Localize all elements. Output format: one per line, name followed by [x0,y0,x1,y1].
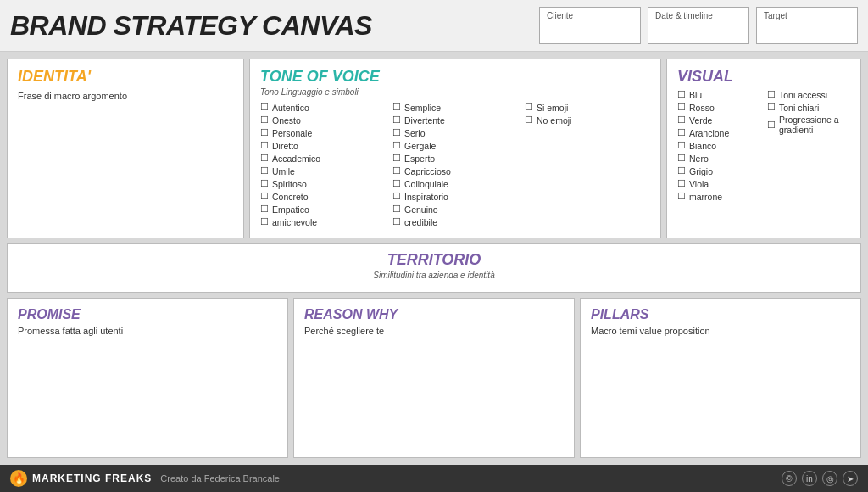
header-fields: Cliente Date & timeline Target [539,7,858,44]
reasonwhy-description: Perché scegliere te [304,326,564,336]
pillars-title: PILLARS [591,307,850,322]
tov-item: No emoji [525,115,650,126]
pillars-panel: PILLARS Macro temi value proposition [580,298,861,458]
tov-item: Capriccioso [392,165,518,176]
promise-panel: PROMISE Promessa fatta agli utenti [7,298,288,458]
visual-item: marrone [677,191,760,202]
target-label: Target [764,11,850,20]
main-content: IDENTITA' Frase di macro argomento TONE … [0,52,868,465]
tov-col2: Semplice Divertente Serio Gergale Espert… [392,102,518,229]
visual-item: Rosso [677,102,760,113]
footer-brand: MARKETING FREAKS [32,472,152,484]
visual-columns: Blu Rosso Verde Arancione Bianco Nero Gr… [677,89,850,204]
visual-col1: Blu Rosso Verde Arancione Bianco Nero Gr… [677,89,760,204]
visual-col2: Toni accessi Toni chiari Progressione a … [767,89,850,204]
visual-item: Toni chiari [767,102,850,113]
visual-item: Grigio [677,165,760,176]
tov-item: Si emoji [525,102,650,113]
logo-icon: 🔥 [10,470,27,487]
target-field[interactable]: Target [756,7,858,44]
tov-subtitle: Tono Linguaggio e simboli [260,87,650,97]
footer-icons: © in ◎ ➤ [782,471,858,486]
visual-panel: VISUAL Blu Rosso Verde Arancione Bianco … [666,59,861,238]
tov-item: Onesto [260,115,386,126]
tov-item: Gergale [392,140,518,151]
tov-panel: TONE OF VOICE Tono Linguaggio e simboli … [249,59,661,238]
page-title: BRAND STRATEGY CANVAS [10,10,529,42]
visual-item: Verde [677,115,760,126]
promise-title: PROMISE [18,307,277,322]
footer-logo: 🔥 MARKETING FREAKS [10,470,152,487]
tov-item: Personale [260,127,386,138]
date-label: Date & timeline [655,11,742,20]
tov-title: TONE OF VOICE [260,68,650,86]
bottom-row: PROMISE Promessa fatta agli utenti REASO… [7,298,861,458]
tov-col3: Si emoji No emoji [525,102,650,229]
social-icon-1: ◎ [822,471,837,486]
tov-item: Umile [260,165,386,176]
tov-item: amichevole [260,216,386,227]
tov-col1: Autentico Onesto Personale Diretto Accad… [260,102,386,229]
footer: 🔥 MARKETING FREAKS Creato da Federica Br… [0,465,868,492]
identita-title: IDENTITA' [18,68,233,86]
cliente-label: Cliente [547,11,633,20]
tov-item: Semplice [392,102,518,113]
visual-item: Toni accessi [767,89,850,100]
visual-title: VISUAL [677,68,850,86]
cliente-field[interactable]: Cliente [539,7,641,44]
linkedin-icon: in [802,471,817,486]
territorio-title: TERRITORIO [14,251,854,269]
date-timeline-field[interactable]: Date & timeline [648,7,749,44]
visual-item: Blu [677,89,760,100]
territorio-subtitle: Similitudini tra azienda e identità [14,271,854,280]
tov-item: Concreto [260,191,386,202]
tov-item: Serio [392,127,518,138]
header: BRAND STRATEGY CANVAS Cliente Date & tim… [0,0,868,52]
territorio-panel: TERRITORIO Similitudini tra azienda e id… [7,243,861,293]
visual-item: Bianco [677,140,760,151]
identita-panel: IDENTITA' Frase di macro argomento [7,59,244,238]
tov-columns: Autentico Onesto Personale Diretto Accad… [260,102,650,229]
identita-description: Frase di macro argomento [18,91,233,101]
reasonwhy-panel: REASON WHY Perché scegliere te [293,298,575,458]
tov-item: Colloquiale [392,178,518,189]
tov-item: Esperto [392,153,518,164]
tov-item: Inspiratorio [392,191,518,202]
tov-item: credibile [392,216,518,227]
reasonwhy-title: REASON WHY [304,307,564,322]
footer-credit: Creato da Federica Brancale [160,473,773,484]
tov-item: Divertente [392,115,518,126]
social-icon-2: ➤ [843,471,858,486]
cc-icon: © [782,471,797,486]
tov-item: Genuino [392,204,518,215]
promise-description: Promessa fatta agli utenti [18,326,277,336]
top-row: IDENTITA' Frase di macro argomento TONE … [7,59,861,238]
visual-item: Progressione a gradienti [767,115,850,135]
tov-item: Diretto [260,140,386,151]
tov-item: Autentico [260,102,386,113]
tov-item: Empatico [260,204,386,215]
tov-item: Spiritoso [260,178,386,189]
visual-item: Viola [677,178,760,189]
tov-item: Accademico [260,153,386,164]
pillars-description: Macro temi value proposition [591,326,850,336]
visual-item: Nero [677,153,760,164]
visual-item: Arancione [677,127,760,138]
